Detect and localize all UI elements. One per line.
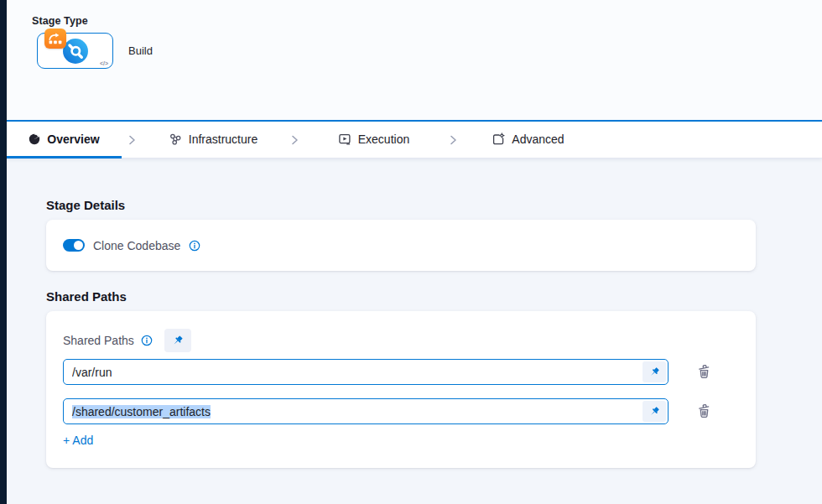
tab-advanced-label: Advanced	[512, 132, 564, 146]
pin-input-button[interactable]	[643, 401, 666, 422]
tab-overview-label: Overview	[47, 132, 99, 146]
chevron-right-icon	[443, 122, 463, 158]
pin-all-button[interactable]	[164, 329, 191, 352]
stage-name: Build	[128, 44, 153, 57]
shared-path-row: /shared/customer_artifacts	[63, 398, 739, 424]
pin-icon	[169, 331, 186, 349]
shared-paths-card: Shared Paths	[46, 311, 756, 468]
info-icon[interactable]	[141, 335, 153, 346]
gear-box-icon	[492, 132, 505, 146]
add-path-button[interactable]: + Add	[63, 434, 93, 447]
shared-path-input-1[interactable]: /shared/customer_artifacts	[64, 399, 641, 423]
stage-details-card: Clone Codebase	[46, 220, 756, 271]
tab-advanced[interactable]: Advanced	[463, 122, 593, 158]
stage-config-panel: Stage Type	[7, 0, 822, 504]
pin-icon	[646, 403, 663, 420]
tab-execution[interactable]: Execution	[304, 122, 443, 158]
play-box-icon	[338, 132, 351, 146]
tab-infrastructure[interactable]: Infrastructure	[142, 122, 284, 158]
overview-tab-content: Stage Details Clone Codebase Shared Path…	[7, 158, 822, 504]
shared-path-input-wrap	[63, 359, 669, 385]
stage-tabs: Overview Infrastructure	[7, 122, 822, 158]
ci-module-badge-icon	[44, 29, 66, 49]
build-stage-card[interactable]: </>	[37, 33, 113, 69]
shared-paths-heading: Shared Paths	[46, 289, 822, 304]
delete-path-button[interactable]	[695, 403, 713, 421]
tab-infrastructure-label: Infrastructure	[189, 132, 258, 146]
clone-codebase-label: Clone Codebase	[93, 239, 180, 252]
build-stage-icon	[63, 39, 88, 64]
info-icon[interactable]	[189, 240, 200, 252]
left-nav-strip	[0, 0, 7, 504]
code-glyph: </>	[100, 60, 108, 66]
delete-path-button[interactable]	[695, 363, 713, 382]
shared-paths-field-label: Shared Paths	[63, 334, 134, 347]
stage-type-label: Stage Type	[32, 15, 822, 27]
shared-path-input-wrap: /shared/customer_artifacts	[63, 398, 669, 424]
stage-type-panel: Stage Type	[7, 0, 822, 122]
pie-icon	[29, 133, 40, 145]
pin-input-button[interactable]	[643, 361, 666, 382]
shared-path-input-0[interactable]	[64, 360, 641, 384]
tab-overview[interactable]: Overview	[7, 122, 122, 158]
nodes-icon	[169, 132, 182, 146]
trash-icon	[696, 364, 712, 380]
tab-execution-label: Execution	[358, 132, 409, 146]
pin-icon	[646, 364, 663, 381]
selected-text: /shared/customer_artifacts	[72, 405, 211, 418]
clone-codebase-toggle[interactable]	[63, 239, 85, 252]
shared-path-row	[63, 359, 739, 385]
trash-icon	[696, 403, 712, 419]
chevron-right-icon	[284, 122, 304, 158]
chevron-right-icon	[122, 122, 142, 158]
stage-details-heading: Stage Details	[46, 198, 822, 212]
